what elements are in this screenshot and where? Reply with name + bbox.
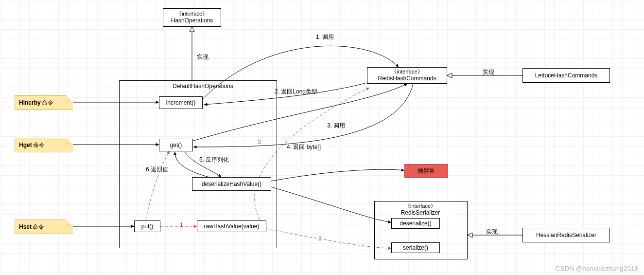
label-deserialize5: 5. 反序列化: [199, 156, 229, 164]
label-impl3: 实现: [486, 228, 498, 236]
watermark: CSDN @hanxiaozhang2018: [556, 265, 638, 272]
name-redis-hash-cmds: RedisHashCommands: [378, 75, 436, 82]
note-hset-b: Hset: [19, 223, 32, 230]
node-throw-exception: 抛异常: [404, 164, 448, 178]
label-dash2: 2: [318, 235, 322, 242]
name-redis-serializer: RedisSerializer: [401, 209, 440, 216]
label-retval6: 6.返回值: [146, 165, 168, 174]
note-hincrby-t: 命令: [42, 99, 53, 107]
label-step3: 3: [258, 139, 261, 146]
container-title-default-hash-ops: DefaultHashOperations: [173, 83, 233, 90]
label-call1: 1. 调用: [316, 33, 334, 41]
node-increment: increment(): [159, 96, 203, 109]
node-put: put(): [134, 220, 160, 232]
note-hincrby-b: Hincrby: [19, 99, 41, 106]
name-hash-ops: HashOperations: [171, 17, 213, 24]
note-hset-t: 命令: [33, 223, 44, 231]
stereo-redis-hash-cmds: 《interface》: [391, 69, 422, 75]
node-raw-hash-value: rawHashValue(value): [197, 220, 266, 232]
node-serialize: serialize(): [391, 242, 440, 253]
label-call3: 3. 调用: [327, 122, 345, 130]
node-redis-serializer-if: 《interface》 RedisSerializer: [389, 202, 452, 217]
label-ret-long: 2. 返回Long类型: [275, 88, 317, 96]
node-lettuce-hash-commands: LettuceHashCommands: [522, 68, 610, 83]
node-redis-hash-cmds-if: 《interface》 RedisHashCommands: [367, 67, 447, 84]
label-impl2: 实现: [483, 68, 494, 76]
note-hget-b: Hget: [19, 142, 32, 148]
stereo-redis-serializer: 《interface》: [405, 203, 436, 209]
node-get: get(): [159, 139, 193, 151]
node-hessian-redis-serializer: HessianRedisSerializer: [522, 228, 610, 242]
label-dash1: 1: [180, 221, 183, 228]
node-hash-operations-if: 《interface》 HashOperations: [163, 8, 221, 27]
node-deserialize-hash-value: deserializeHashValue(): [192, 177, 271, 191]
note-hget: Hget 命令: [15, 138, 73, 152]
label-ret-bytes: 4. 返回 byte[]: [287, 143, 321, 151]
label-impl1: 实现: [197, 53, 209, 61]
note-hset: Hset 命令: [15, 220, 73, 234]
note-hincrby: Hincrby 命令: [15, 95, 73, 110]
node-deserialize: deserialize(): [391, 218, 440, 229]
note-hget-t: 命令: [33, 141, 45, 149]
stereo-hash-ops: 《interface》: [176, 11, 208, 17]
